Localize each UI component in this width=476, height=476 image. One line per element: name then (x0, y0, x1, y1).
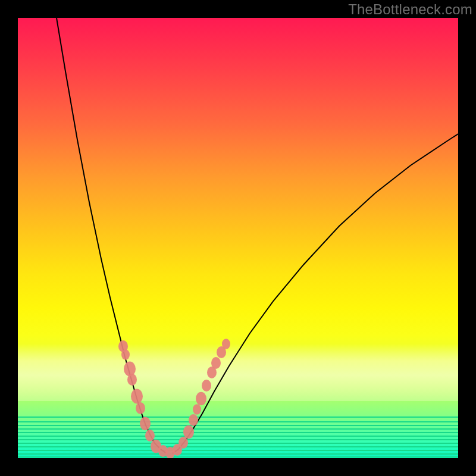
marker-dot (121, 349, 130, 360)
marker-dot (140, 417, 151, 431)
marker-dot (178, 437, 188, 449)
marker-group (118, 339, 230, 458)
left-curve (57, 18, 167, 453)
marker-dot (222, 339, 230, 349)
chart-svg (18, 18, 458, 458)
marker-dot (127, 374, 137, 386)
watermark-text: TheBottleneck.com (348, 1, 472, 18)
marker-dot (211, 357, 221, 369)
marker-dot (131, 389, 143, 404)
marker-dot (189, 414, 198, 426)
marker-dot (196, 392, 206, 406)
marker-dot (183, 425, 194, 439)
right-curve (173, 134, 458, 453)
marker-dot (136, 402, 145, 414)
marker-dot (202, 380, 211, 392)
plot-area (18, 18, 458, 458)
outer-frame: TheBottleneck.com (0, 0, 476, 476)
marker-dot (145, 430, 155, 441)
marker-dot (193, 404, 201, 415)
